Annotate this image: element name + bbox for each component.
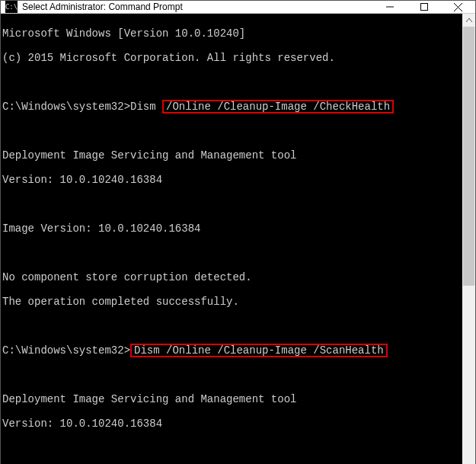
scrollbar-track[interactable] xyxy=(462,27,475,464)
output-line: No component store corruption detected. xyxy=(2,271,461,283)
vertical-scrollbar[interactable] xyxy=(462,14,475,464)
close-icon xyxy=(454,3,462,11)
app-icon: C:\ xyxy=(5,1,18,13)
titlebar[interactable]: C:\ Select Administrator: Command Prompt xyxy=(1,1,475,14)
output-line: Deployment Image Servicing and Managemen… xyxy=(2,149,461,162)
command-prompt-window: C:\ Select Administrator: Command Prompt… xyxy=(0,0,476,464)
terminal-output[interactable]: Microsoft Windows [Version 10.0.10240] (… xyxy=(1,14,462,464)
command-text: Dism xyxy=(130,101,162,113)
scroll-up-button[interactable] xyxy=(462,14,475,27)
highlight-box: Dism /Online /Cleanup-Image /ScanHealth xyxy=(130,344,388,357)
output-line: Version: 10.0.10240.16384 xyxy=(2,174,461,186)
prompt: C:\Windows\system32> xyxy=(2,101,130,113)
output-line: (c) 2015 Microsoft Corporation. All righ… xyxy=(2,52,461,64)
prompt: C:\Windows\system32> xyxy=(2,344,130,357)
svg-rect-1 xyxy=(420,4,427,11)
maximize-button[interactable] xyxy=(407,1,441,13)
chevron-up-icon xyxy=(466,18,472,22)
minimize-icon xyxy=(386,3,394,11)
output-line: Image Version: 10.0.10240.16384 xyxy=(2,222,461,235)
scrollbar-thumb[interactable] xyxy=(463,27,474,286)
output-line: The operation completed successfully. xyxy=(2,296,461,308)
minimize-button[interactable] xyxy=(372,1,407,13)
window-title: Select Administrator: Command Prompt xyxy=(22,2,183,12)
highlight-box: /Online /Cleanup-Image /CheckHealth xyxy=(162,100,394,114)
command-line: C:\Windows\system32>Dism /Online /Cleanu… xyxy=(2,344,461,357)
output-line: Version: 10.0.10240.16384 xyxy=(2,418,461,430)
window-controls xyxy=(372,1,475,13)
close-button[interactable] xyxy=(441,1,475,13)
output-line: Deployment Image Servicing and Managemen… xyxy=(2,393,461,405)
output-line: Microsoft Windows [Version 10.0.10240] xyxy=(2,27,461,40)
terminal-area: Microsoft Windows [Version 10.0.10240] (… xyxy=(1,14,475,464)
command-line: C:\Windows\system32>Dism /Online /Cleanu… xyxy=(2,101,461,113)
maximize-icon xyxy=(420,3,428,11)
